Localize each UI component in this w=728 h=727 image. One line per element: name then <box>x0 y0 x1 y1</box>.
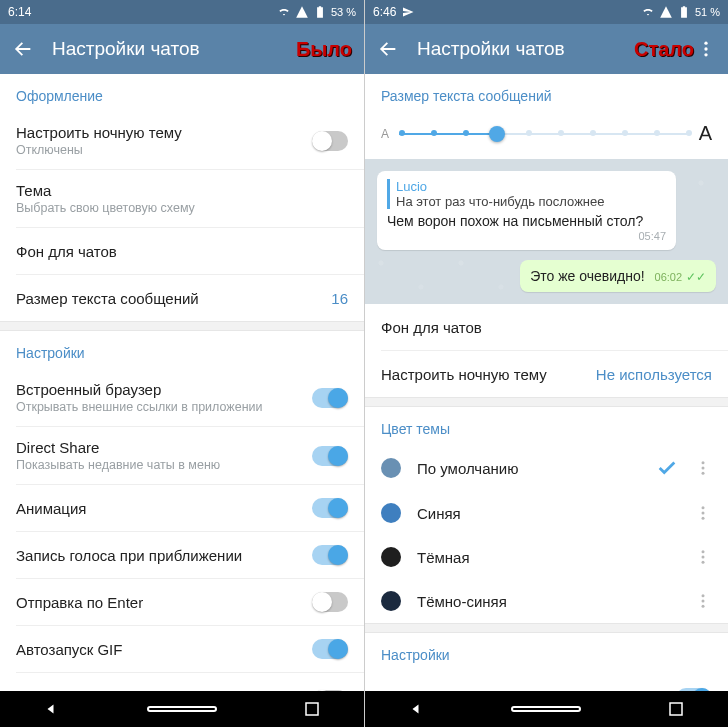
row-bg[interactable]: Фон для чатов <box>365 304 728 350</box>
textsize-value: 16 <box>331 290 348 307</box>
night-sub: Отключены <box>16 143 312 157</box>
browser-label: Встроенный браузер <box>381 690 676 692</box>
item-overflow-icon[interactable] <box>694 504 712 522</box>
row-gif[interactable]: Автозапуск GIF <box>0 626 364 672</box>
reply-name: Lucio <box>396 179 666 194</box>
row-gallery[interactable]: Сохранять в галерее <box>0 673 364 691</box>
row-browser[interactable]: Встроенный браузер <box>365 671 728 691</box>
nav-bar <box>0 691 364 727</box>
nav-bar <box>365 691 728 727</box>
row-night-theme[interactable]: Настроить ночную тему Не используется <box>365 351 728 397</box>
night-label: Настроить ночную тему <box>16 124 312 141</box>
send-icon <box>402 6 414 18</box>
voice-label: Запись голоса при приближении <box>16 547 312 564</box>
color-dot-icon <box>381 503 401 523</box>
browser-switch[interactable] <box>676 688 712 691</box>
back-icon[interactable] <box>377 38 399 60</box>
status-time: 6:14 <box>8 5 31 19</box>
row-directshare[interactable]: Direct Share Показывать недавние чаты в … <box>0 427 364 484</box>
row-enter[interactable]: Отправка по Enter <box>0 579 364 625</box>
back-icon[interactable] <box>12 38 34 60</box>
enter-switch[interactable] <box>312 592 348 612</box>
textsize-slider[interactable] <box>399 124 689 144</box>
bg-label: Фон для чатов <box>16 243 348 260</box>
section-settings: Настройки <box>365 633 728 671</box>
app-bar: Настройки чатов Стало <box>365 24 728 74</box>
textsize-label: Размер текста сообщений <box>16 290 331 307</box>
svg-point-8 <box>702 517 705 520</box>
nav-back-icon[interactable] <box>408 700 426 718</box>
browser-sub: Открывать внешние ссылки в приложении <box>16 400 312 414</box>
svg-point-10 <box>702 556 705 559</box>
battery-icon <box>677 5 691 19</box>
svg-point-12 <box>702 594 705 597</box>
voice-switch[interactable] <box>312 545 348 565</box>
item-overflow-icon[interactable] <box>694 548 712 566</box>
row-anim[interactable]: Анимация <box>0 485 364 531</box>
wifi-icon <box>641 5 655 19</box>
badge-after: Стало <box>634 38 694 61</box>
battery-icon <box>313 5 327 19</box>
color-dot-icon <box>381 547 401 567</box>
section-appearance: Оформление <box>0 74 364 112</box>
svg-point-9 <box>702 550 705 553</box>
browser-label: Встроенный браузер <box>16 381 312 398</box>
svg-point-3 <box>702 461 705 464</box>
color-label: Синяя <box>417 505 678 522</box>
directshare-switch[interactable] <box>312 446 348 466</box>
nav-recent-icon[interactable] <box>667 700 685 718</box>
content-right: Размер текста сообщений A A <box>365 74 728 691</box>
bg-label: Фон для чатов <box>381 319 712 336</box>
signal-icon <box>659 5 673 19</box>
status-time: 6:46 <box>373 5 396 19</box>
gallery-switch[interactable] <box>312 690 348 691</box>
theme-label: Тема <box>16 182 348 199</box>
nav-recent-icon[interactable] <box>303 700 321 718</box>
row-voice[interactable]: Запись голоса при приближении <box>0 532 364 578</box>
color-darkblue[interactable]: Тёмно-синяя <box>365 579 728 623</box>
row-browser[interactable]: Встроенный браузер Открывать внешние ссы… <box>0 369 364 426</box>
chat-preview: Lucio На этот раз что-нибудь посложнее Ч… <box>365 159 728 304</box>
svg-point-2 <box>704 53 707 56</box>
signal-icon <box>295 5 309 19</box>
incoming-time: 05:47 <box>387 230 666 242</box>
directshare-label: Direct Share <box>16 439 312 456</box>
night-label: Настроить ночную тему <box>381 366 596 383</box>
row-textsize[interactable]: Размер текста сообщений 16 <box>0 275 364 321</box>
color-dot-icon <box>381 591 401 611</box>
row-bg[interactable]: Фон для чатов <box>0 228 364 274</box>
check-icon <box>656 457 678 479</box>
item-overflow-icon[interactable] <box>694 459 712 477</box>
theme-sub: Выбрать свою цветовую схему <box>16 201 348 215</box>
row-theme[interactable]: Тема Выбрать свою цветовую схему <box>0 170 364 227</box>
pane-after: 6:46 51 % Настройки чатов Стало Размер т… <box>364 0 728 727</box>
item-overflow-icon[interactable] <box>694 592 712 610</box>
pane-before: 6:14 53 % Настройки чатов Было Оформлени… <box>0 0 364 727</box>
nav-home-icon[interactable] <box>147 706 217 712</box>
night-switch[interactable] <box>312 131 348 151</box>
svg-point-5 <box>702 472 705 475</box>
outgoing-text: Это же очевидно! <box>530 268 644 284</box>
svg-point-1 <box>704 47 707 50</box>
nav-back-icon[interactable] <box>43 700 61 718</box>
row-night-theme[interactable]: Настроить ночную тему Отключены <box>0 112 364 169</box>
gif-switch[interactable] <box>312 639 348 659</box>
read-ticks-icon: ✓✓ <box>686 270 706 284</box>
directshare-sub: Показывать недавние чаты в меню <box>16 458 312 472</box>
svg-point-7 <box>702 512 705 515</box>
anim-switch[interactable] <box>312 498 348 518</box>
enter-label: Отправка по Enter <box>16 594 312 611</box>
nav-home-icon[interactable] <box>511 706 581 712</box>
browser-switch[interactable] <box>312 388 348 408</box>
color-blue[interactable]: Синяя <box>365 491 728 535</box>
slider-max-label: A <box>699 122 712 145</box>
content-left: Оформление Настроить ночную тему Отключе… <box>0 74 364 691</box>
color-default[interactable]: По умолчанию <box>365 445 728 491</box>
section-textsize: Размер текста сообщений <box>365 74 728 112</box>
slider-min-label: A <box>381 127 389 141</box>
color-dark[interactable]: Тёмная <box>365 535 728 579</box>
overflow-icon[interactable] <box>696 39 716 59</box>
status-bar: 6:46 51 % <box>365 0 728 24</box>
section-color: Цвет темы <box>365 407 728 445</box>
reply-block: Lucio На этот раз что-нибудь посложнее <box>387 179 666 209</box>
